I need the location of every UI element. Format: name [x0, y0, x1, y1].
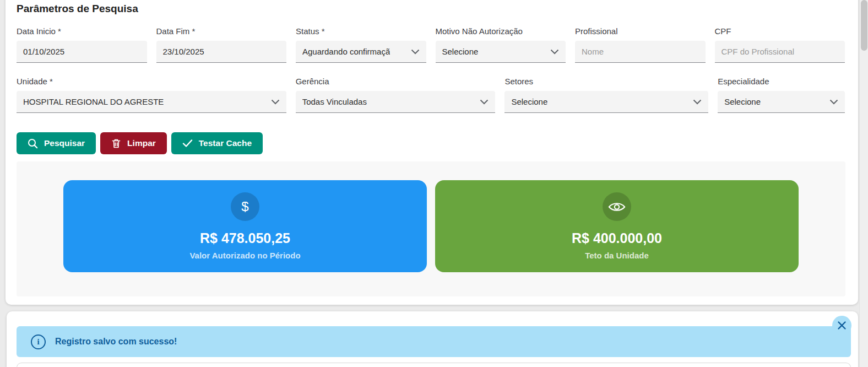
- trash-icon: [111, 138, 121, 149]
- authorized-value: R$ 478.050,25: [200, 230, 290, 246]
- authorized-value-card: $ R$ 478.050,25 Valor Autorizado no Péri…: [63, 180, 427, 272]
- test-cache-button[interactable]: Testar Cache: [171, 132, 263, 154]
- status-selected-value: Aguardando confirmaçã: [302, 47, 390, 56]
- dollar-glyph: $: [241, 199, 248, 214]
- especialidade-select[interactable]: Selecione: [718, 91, 845, 113]
- page-title: Parâmetros de Pesquisa: [17, 3, 845, 15]
- data-inicio-input[interactable]: [17, 41, 147, 63]
- clear-button-label: Limpar: [127, 138, 156, 148]
- alert-message: Registro salvo com sucesso!: [55, 337, 177, 347]
- field-profissional: Profissional: [575, 26, 706, 63]
- field-setores: Setores Selecione: [504, 77, 708, 113]
- chevron-down-icon: [550, 49, 559, 55]
- data-inicio-label: Data Inicio *: [17, 26, 147, 36]
- alert-close-button[interactable]: [832, 316, 851, 335]
- chevron-down-icon: [693, 99, 702, 105]
- especialidade-selected-value: Selecione: [724, 97, 761, 106]
- field-especialidade: Especialidade Selecione: [718, 77, 845, 113]
- field-data-fim: Data Fim *: [156, 26, 287, 63]
- field-cpf: CPF: [715, 26, 845, 63]
- motivo-selected-value: Selecione: [442, 47, 479, 56]
- form-row-2: Unidade * HOSPITAL REGIONAL DO AGRESTE G…: [17, 77, 845, 113]
- chevron-down-icon: [271, 99, 280, 105]
- gerencia-label: Gerência: [296, 77, 496, 86]
- gerencia-select[interactable]: Todas Vinculadas: [296, 91, 496, 113]
- chevron-down-icon: [829, 99, 838, 105]
- next-panel-top-edge: [17, 363, 851, 367]
- profissional-input[interactable]: [575, 41, 706, 63]
- dollar-icon: $: [231, 192, 259, 221]
- cpf-input[interactable]: [715, 41, 845, 63]
- setores-label: Setores: [504, 77, 708, 86]
- field-gerencia: Gerência Todas Vinculadas: [296, 77, 496, 113]
- eye-icon: [603, 192, 631, 221]
- profissional-label: Profissional: [575, 26, 706, 36]
- field-status: Status * Aguardando confirmaçã: [296, 26, 426, 63]
- scrollbar-thumb[interactable]: [861, 0, 867, 51]
- data-fim-input[interactable]: [156, 41, 287, 63]
- chevron-down-icon: [480, 99, 489, 105]
- unidade-select[interactable]: HOSPITAL REGIONAL DO AGRESTE: [17, 91, 286, 113]
- field-motivo-nao-autorizacao: Motivo Não Autorização Selecione: [436, 26, 566, 63]
- page-scrollbar[interactable]: [859, 0, 868, 367]
- unidade-selected-value: HOSPITAL REGIONAL DO AGRESTE: [23, 97, 164, 106]
- close-icon: [837, 321, 847, 330]
- info-icon: i: [31, 334, 46, 349]
- unit-ceiling-card: R$ 400.000,00 Teto da Unidade: [435, 180, 799, 272]
- motivo-label: Motivo Não Autorização: [436, 26, 566, 36]
- status-label: Status *: [296, 26, 426, 36]
- authorized-value-label: Valor Autorizado no Périodo: [189, 251, 300, 260]
- chevron-down-icon: [411, 49, 420, 55]
- field-unidade: Unidade * HOSPITAL REGIONAL DO AGRESTE: [17, 77, 286, 113]
- motivo-select[interactable]: Selecione: [436, 41, 566, 63]
- unit-ceiling-label: Teto da Unidade: [585, 251, 649, 260]
- data-fim-label: Data Fim *: [156, 26, 287, 36]
- form-row-1: Data Inicio * Data Fim * Status * Aguard…: [17, 26, 845, 63]
- search-button-label: Pesquisar: [44, 138, 85, 148]
- check-icon: [182, 139, 193, 148]
- status-select[interactable]: Aguardando confirmaçã: [296, 41, 426, 63]
- unidade-label: Unidade *: [17, 77, 286, 86]
- cpf-label: CPF: [715, 26, 845, 36]
- success-alert: i Registro salvo com sucesso!: [17, 326, 851, 357]
- message-card: i Registro salvo com sucesso!: [7, 311, 858, 367]
- especialidade-label: Especialidade: [718, 77, 845, 86]
- info-glyph: i: [37, 337, 39, 347]
- clear-button[interactable]: Limpar: [100, 132, 167, 154]
- search-icon: [28, 138, 38, 149]
- field-data-inicio: Data Inicio *: [17, 26, 147, 63]
- gerencia-selected-value: Todas Vinculadas: [302, 97, 367, 106]
- search-button[interactable]: Pesquisar: [17, 132, 96, 154]
- search-parameters-card: Parâmetros de Pesquisa Data Inicio * Dat…: [6, 0, 858, 305]
- action-button-row: Pesquisar Limpar Testar Cache: [17, 132, 845, 154]
- setores-select[interactable]: Selecione: [504, 91, 708, 113]
- unit-ceiling-value: R$ 400.000,00: [572, 230, 662, 246]
- setores-selected-value: Selecione: [511, 97, 547, 106]
- stats-panel: $ R$ 478.050,25 Valor Autorizado no Péri…: [17, 161, 845, 296]
- test-cache-button-label: Testar Cache: [199, 138, 252, 148]
